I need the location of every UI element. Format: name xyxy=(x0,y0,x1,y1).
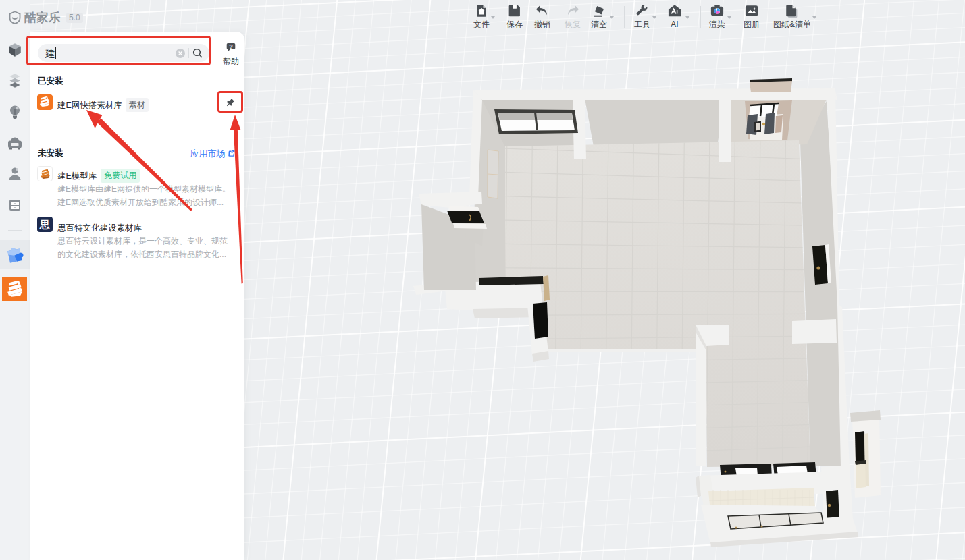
svg-text:?: ? xyxy=(229,43,233,50)
